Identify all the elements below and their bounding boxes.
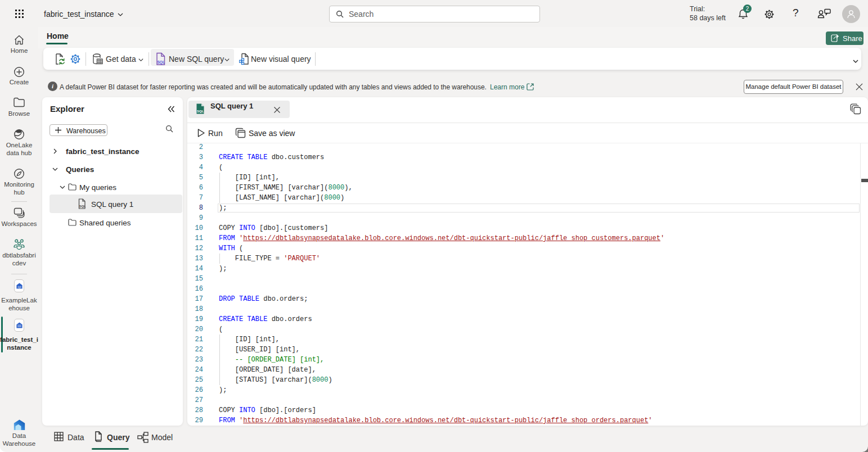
svg-text:SQL: SQL <box>158 60 165 65</box>
svg-text:SQL: SQL <box>197 110 204 113</box>
svg-text:SQL: SQL <box>79 205 86 208</box>
